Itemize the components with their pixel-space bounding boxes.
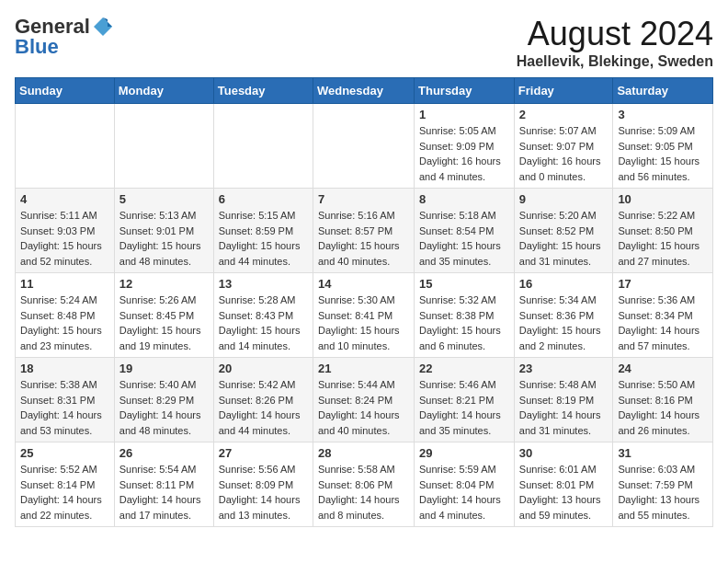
weekday-header: Friday [514,78,613,104]
day-number: 18 [20,362,109,375]
day-info: Sunrise: 5:50 AM Sunset: 8:16 PM Dayligh… [618,377,708,438]
day-number: 7 [318,192,409,206]
day-info: Sunrise: 5:36 AM Sunset: 8:34 PM Dayligh… [618,293,708,353]
calendar-cell [16,104,115,189]
day-number: 5 [119,192,209,206]
day-number: 20 [219,362,308,375]
weekday-header: Sunday [16,78,115,104]
day-number: 14 [318,277,409,291]
day-info: Sunrise: 5:52 AM Sunset: 8:14 PM Dayligh… [20,462,109,523]
calendar-cell: 14Sunrise: 5:30 AM Sunset: 8:41 PM Dayli… [313,273,414,358]
location-subtitle: Haellevik, Blekinge, Sweden [517,53,713,70]
calendar-cell: 29Sunrise: 5:59 AM Sunset: 8:04 PM Dayli… [415,442,515,527]
calendar-cell: 8Sunrise: 5:18 AM Sunset: 8:54 PM Daylig… [415,189,515,273]
day-info: Sunrise: 5:18 AM Sunset: 8:54 PM Dayligh… [419,208,509,269]
day-info: Sunrise: 5:11 AM Sunset: 9:03 PM Dayligh… [20,208,109,269]
calendar-cell: 18Sunrise: 5:38 AM Sunset: 8:31 PM Dayli… [16,358,115,442]
day-info: Sunrise: 5:15 AM Sunset: 8:59 PM Dayligh… [219,208,308,269]
day-info: Sunrise: 5:30 AM Sunset: 8:41 PM Dayligh… [318,293,409,353]
day-number: 17 [618,277,708,291]
calendar-cell: 19Sunrise: 5:40 AM Sunset: 8:29 PM Dayli… [114,358,213,442]
calendar-table: SundayMondayTuesdayWednesdayThursdayFrid… [15,77,713,527]
calendar-week-row: 11Sunrise: 5:24 AM Sunset: 8:48 PM Dayli… [16,273,713,358]
day-number: 30 [519,446,609,460]
calendar-cell: 22Sunrise: 5:46 AM Sunset: 8:21 PM Dayli… [415,358,515,442]
calendar-cell [114,104,213,189]
calendar-cell: 2Sunrise: 5:07 AM Sunset: 9:07 PM Daylig… [514,104,613,189]
day-number: 31 [618,446,708,460]
day-number: 23 [519,362,609,375]
day-info: Sunrise: 5:44 AM Sunset: 8:24 PM Dayligh… [318,377,409,438]
day-number: 11 [20,277,109,291]
calendar-cell: 24Sunrise: 5:50 AM Sunset: 8:16 PM Dayli… [613,358,713,442]
calendar-cell: 15Sunrise: 5:32 AM Sunset: 8:38 PM Dayli… [415,273,515,358]
calendar-cell: 23Sunrise: 5:48 AM Sunset: 8:19 PM Dayli… [514,358,613,442]
calendar-cell [213,104,313,189]
day-info: Sunrise: 5:24 AM Sunset: 8:48 PM Dayligh… [20,293,109,353]
day-info: Sunrise: 5:59 AM Sunset: 8:04 PM Dayligh… [419,462,509,523]
day-number: 13 [219,277,308,291]
day-info: Sunrise: 5:46 AM Sunset: 8:21 PM Dayligh… [419,377,509,438]
weekday-header: Tuesday [213,78,313,104]
day-info: Sunrise: 6:03 AM Sunset: 7:59 PM Dayligh… [618,462,708,523]
day-number: 22 [419,362,509,375]
day-number: 9 [519,192,609,206]
calendar-cell: 26Sunrise: 5:54 AM Sunset: 8:11 PM Dayli… [114,442,213,527]
calendar-week-row: 18Sunrise: 5:38 AM Sunset: 8:31 PM Dayli… [16,358,713,442]
calendar-cell: 12Sunrise: 5:26 AM Sunset: 8:45 PM Dayli… [114,273,213,358]
day-info: Sunrise: 5:13 AM Sunset: 9:01 PM Dayligh… [119,208,209,269]
weekday-header: Wednesday [313,78,414,104]
calendar-week-row: 25Sunrise: 5:52 AM Sunset: 8:14 PM Dayli… [16,442,713,527]
calendar-cell: 27Sunrise: 5:56 AM Sunset: 8:09 PM Dayli… [213,442,313,527]
day-info: Sunrise: 5:48 AM Sunset: 8:19 PM Dayligh… [519,377,609,438]
day-info: Sunrise: 5:34 AM Sunset: 8:36 PM Dayligh… [519,293,609,353]
calendar-cell: 21Sunrise: 5:44 AM Sunset: 8:24 PM Dayli… [313,358,414,442]
day-number: 16 [519,277,609,291]
day-number: 12 [119,277,209,291]
day-info: Sunrise: 5:26 AM Sunset: 8:45 PM Dayligh… [119,293,209,353]
calendar-cell: 11Sunrise: 5:24 AM Sunset: 8:48 PM Dayli… [16,273,115,358]
day-number: 27 [219,446,308,460]
day-number: 25 [20,446,109,460]
day-info: Sunrise: 5:40 AM Sunset: 8:29 PM Dayligh… [119,377,209,438]
calendar-cell: 1Sunrise: 5:05 AM Sunset: 9:09 PM Daylig… [415,104,515,189]
calendar-cell: 9Sunrise: 5:20 AM Sunset: 8:52 PM Daylig… [514,189,613,273]
weekday-header: Monday [114,78,213,104]
calendar-cell: 13Sunrise: 5:28 AM Sunset: 8:43 PM Dayli… [213,273,313,358]
weekday-header: Thursday [415,78,515,104]
day-info: Sunrise: 5:05 AM Sunset: 9:09 PM Dayligh… [419,123,509,184]
calendar-week-row: 1Sunrise: 5:05 AM Sunset: 9:09 PM Daylig… [16,104,713,189]
day-info: Sunrise: 5:42 AM Sunset: 8:26 PM Dayligh… [219,377,308,438]
day-number: 8 [419,192,509,206]
calendar-cell: 10Sunrise: 5:22 AM Sunset: 8:50 PM Dayli… [613,189,713,273]
title-section: August 2024 Haellevik, Blekinge, Sweden [517,15,713,70]
day-number: 2 [519,108,609,121]
day-number: 4 [20,192,109,206]
weekday-header: Saturday [613,78,713,104]
calendar-cell: 3Sunrise: 5:09 AM Sunset: 9:05 PM Daylig… [613,104,713,189]
calendar-cell: 4Sunrise: 5:11 AM Sunset: 9:03 PM Daylig… [16,189,115,273]
calendar-cell: 7Sunrise: 5:16 AM Sunset: 8:57 PM Daylig… [313,189,414,273]
logo-icon [93,17,113,37]
day-info: Sunrise: 5:38 AM Sunset: 8:31 PM Dayligh… [20,377,109,438]
day-number: 24 [618,362,708,375]
calendar-cell: 31Sunrise: 6:03 AM Sunset: 7:59 PM Dayli… [613,442,713,527]
day-info: Sunrise: 5:28 AM Sunset: 8:43 PM Dayligh… [219,293,308,353]
day-number: 21 [318,362,409,375]
day-info: Sunrise: 5:16 AM Sunset: 8:57 PM Dayligh… [318,208,409,269]
day-info: Sunrise: 5:58 AM Sunset: 8:06 PM Dayligh… [318,462,409,523]
calendar-cell: 17Sunrise: 5:36 AM Sunset: 8:34 PM Dayli… [613,273,713,358]
calendar-cell [313,104,414,189]
day-number: 6 [219,192,308,206]
calendar-cell: 6Sunrise: 5:15 AM Sunset: 8:59 PM Daylig… [213,189,313,273]
logo: General Blue [15,15,113,59]
day-number: 10 [618,192,708,206]
month-year-title: August 2024 [517,15,713,53]
calendar-cell: 25Sunrise: 5:52 AM Sunset: 8:14 PM Dayli… [16,442,115,527]
calendar-cell: 16Sunrise: 5:34 AM Sunset: 8:36 PM Dayli… [514,273,613,358]
day-number: 3 [618,108,708,121]
day-info: Sunrise: 5:09 AM Sunset: 9:05 PM Dayligh… [618,123,708,184]
page-header: General Blue August 2024 Haellevik, Blek… [15,15,713,70]
day-number: 26 [119,446,209,460]
day-number: 28 [318,446,409,460]
